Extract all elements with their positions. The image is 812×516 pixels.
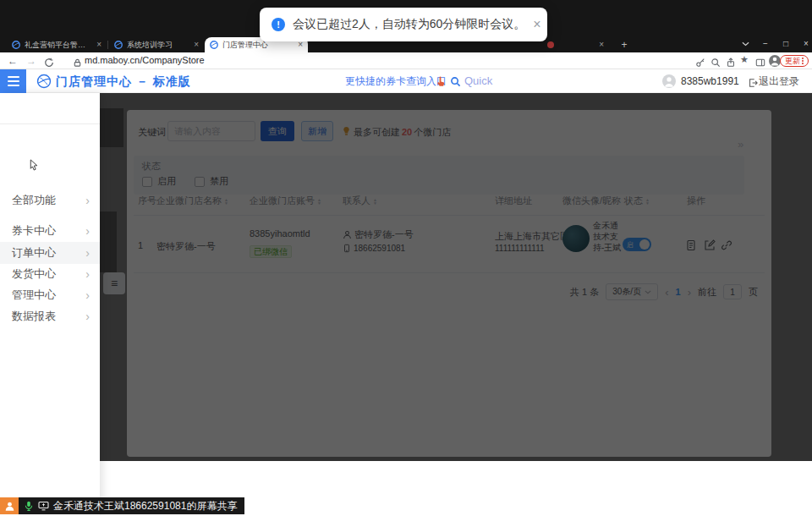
tab-close-icon[interactable]: × (599, 41, 604, 49)
chevron-right-icon: › (85, 224, 90, 238)
forward-icon[interactable]: → (26, 54, 36, 68)
screen-share-bar: 金禾通技术王斌18662591081的屏幕共享 (19, 497, 244, 514)
tab-favicon (12, 41, 20, 49)
sidebar-item-coupon-center[interactable]: 券卡中心 › (0, 220, 100, 242)
person-glyph (769, 55, 781, 67)
tab-title: 系统培训学习 (127, 40, 189, 51)
sidebar-item-label: 订单中心 (12, 245, 85, 261)
chevron-right-icon: › (85, 267, 90, 281)
browser-tab[interactable]: 系统培训学习 × (109, 37, 204, 52)
meeting-toast: ! 会议已超过2人，自动转为60分钟限时会议。 × (260, 8, 547, 41)
screen-share-icon (38, 501, 49, 511)
pointing-hand-icon (435, 75, 446, 91)
tab-title: 礼盒营销平台管理中心 (25, 40, 92, 51)
chevron-right-icon: › (85, 246, 90, 260)
window-menu-icon[interactable] (738, 37, 753, 51)
tab-separator (107, 41, 108, 49)
bookmark-star-icon[interactable]: ★ (740, 54, 749, 65)
window-close-icon[interactable]: × (798, 37, 812, 51)
profile-avatar-icon[interactable] (769, 55, 781, 67)
chrome-update-button[interactable]: 更新 (780, 55, 809, 67)
window-maximize-icon[interactable]: □ (778, 37, 793, 51)
sidebar-item-all-functions[interactable]: 全部功能 › (0, 189, 100, 211)
sidebar-item-management-center[interactable]: 管理中心 › (0, 284, 100, 306)
more-menu-icon (802, 58, 804, 64)
mouse-cursor (29, 159, 39, 175)
logout-icon[interactable] (748, 76, 758, 91)
main-content-region: ≡ 关键词 查询 新增 最多可创建20个微门店 » 状态 启用 禁用 (100, 93, 812, 461)
sidebar-item-label: 管理中心 (12, 288, 85, 303)
browser-tab[interactable]: 礼盒营销平台管理中心 × (7, 37, 107, 52)
sidebar-item-data-reports[interactable]: 数据报表 › (0, 305, 100, 327)
info-icon: ! (272, 18, 285, 31)
sidebar-item-label: 券卡中心 (12, 223, 85, 239)
update-label: 更新 (785, 58, 800, 65)
new-tab-button[interactable]: + (617, 39, 631, 52)
username-text: 8385wb1991 (681, 69, 739, 93)
coupon-query-link[interactable]: 更快捷的券卡查询入口 (345, 69, 447, 93)
toast-message: 会议已超过2人，自动转为60分钟限时会议。 (293, 17, 525, 32)
chevron-right-icon: › (85, 194, 90, 207)
share-status-text: 金禾通技术王斌18662591081的屏幕共享 (53, 499, 237, 513)
sidebar-divider (0, 124, 100, 124)
tab-favicon (210, 41, 218, 49)
chevron-right-icon: › (85, 310, 90, 323)
app-logo-icon (36, 74, 52, 92)
tab-close-icon[interactable]: × (298, 41, 303, 49)
tab-close-icon[interactable]: × (96, 41, 102, 49)
page-title: 门店管理中心 － 标准版 (56, 69, 191, 93)
tab-close-icon[interactable]: × (194, 41, 199, 49)
window-minimize-icon[interactable]: − (758, 37, 773, 51)
drawer-backdrop[interactable] (100, 93, 812, 461)
chevron-right-icon: › (85, 288, 90, 302)
person-glyph (4, 501, 15, 512)
hamburger-menu-button[interactable] (0, 69, 26, 93)
microphone-icon (24, 501, 34, 512)
person-glyph (662, 74, 676, 88)
sidebar-item-label: 数据报表 (12, 309, 85, 324)
user-avatar[interactable] (662, 74, 676, 88)
sidebar-item-shipping-center[interactable]: 发货中心 › (0, 263, 100, 285)
quick-search-label[interactable]: Quick (464, 69, 492, 93)
sidebar-item-label: 发货中心 (12, 266, 85, 282)
sidebar-item-label: 全部功能 (12, 193, 85, 208)
browser-tab[interactable]: × (541, 37, 609, 52)
tab-favicon (114, 41, 123, 49)
toast-close-icon[interactable]: × (533, 18, 540, 31)
taskbar-app-icon[interactable] (0, 497, 19, 514)
tab-favicon (546, 41, 555, 49)
quick-search-icon[interactable] (450, 75, 461, 91)
logout-button[interactable]: 退出登录 (759, 69, 799, 93)
sidebar-drawer: 全部功能 › 券卡中心 › 订单中心 › 发货中心 › 管理中心 › 数据报表 … (0, 93, 100, 516)
sidebar-item-order-center[interactable]: 订单中心 › (0, 242, 100, 264)
url-text[interactable]: md.maboy.cn/CompanyStore (85, 55, 205, 65)
back-icon[interactable]: ← (8, 54, 18, 68)
